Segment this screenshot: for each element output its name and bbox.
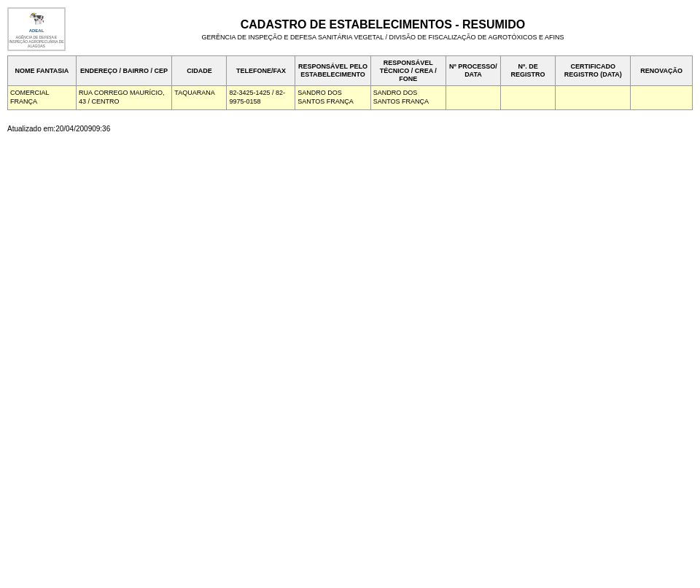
cell-nome-fantasia: COMERCIAL FRANÇA xyxy=(8,86,77,109)
col-header-telefone: TELEFONE/FAX xyxy=(227,56,295,86)
page-title: CADASTRO DE ESTABELECIMENTOS - RESUMIDO xyxy=(73,18,693,31)
col-header-processo: Nº PROCESSO/ DATA xyxy=(446,56,500,86)
logo-box: 🐄 ADEAL AGÊNCIA DE DEFESA E INSPEÇÃO AGR… xyxy=(7,7,66,51)
logo-text: ADEAL xyxy=(29,28,44,34)
establishments-table: NOME FANTASIA ENDEREÇO / BAIRRO / CEP CI… xyxy=(7,55,693,110)
logo-subtext: AGÊNCIA DE DEFESA E INSPEÇÃO AGROPECUÁRI… xyxy=(9,35,64,48)
table-body: COMERCIAL FRANÇARUA CORREGO MAURÍCIO, 43… xyxy=(8,86,693,109)
col-header-cidade: CIDADE xyxy=(172,56,227,86)
cell-telefone: 82-3425-1425 / 82-9975-0158 xyxy=(227,86,295,109)
cell-renovacao xyxy=(631,86,693,109)
page-header: 🐄 ADEAL AGÊNCIA DE DEFESA E INSPEÇÃO AGR… xyxy=(7,7,693,51)
logo-area: 🐄 ADEAL AGÊNCIA DE DEFESA E INSPEÇÃO AGR… xyxy=(7,7,73,51)
logo-animal-icon: 🐄 xyxy=(28,10,44,27)
col-header-renovacao: RENOVAÇÃO xyxy=(631,56,693,86)
updated-label: Atualizado em:20/04/200909:36 xyxy=(7,125,110,133)
title-area: CADASTRO DE ESTABELECIMENTOS - RESUMIDO … xyxy=(73,18,693,41)
col-header-registro: Nº. DE REGISTRO xyxy=(501,56,556,86)
table-header-row: NOME FANTASIA ENDEREÇO / BAIRRO / CEP CI… xyxy=(8,56,693,86)
col-header-certificado: CERTIFICADO REGISTRO (DATA) xyxy=(556,56,631,86)
page-wrapper: 🐄 ADEAL AGÊNCIA DE DEFESA E INSPEÇÃO AGR… xyxy=(0,0,700,140)
cell-resp-tec: SANDRO DOS SANTOS FRANÇA xyxy=(370,86,446,109)
cell-certificado xyxy=(556,86,631,109)
col-header-resp-estab: RESPONSÁVEL PELO ESTABELECIMENTO xyxy=(295,56,370,86)
page-subtitle: GERÊNCIA DE INSPEÇÃO E DEFESA SANITÁRIA … xyxy=(73,34,693,41)
cell-cidade: TAQUARANA xyxy=(172,86,227,109)
table-container: NOME FANTASIA ENDEREÇO / BAIRRO / CEP CI… xyxy=(7,55,693,110)
cell-endereco: RUA CORREGO MAURÍCIO, 43 / CENTRO xyxy=(76,86,171,109)
cell-resp-estab: SANDRO DOS SANTOS FRANÇA xyxy=(295,86,370,109)
col-header-resp-tec: RESPONSÁVEL TÉCNICO / CREA / FONE xyxy=(370,56,446,86)
col-header-endereco: ENDEREÇO / BAIRRO / CEP xyxy=(76,56,171,86)
page-footer: Atualizado em:20/04/200909:36 xyxy=(7,125,693,133)
cell-processo xyxy=(446,86,500,109)
col-header-nome: NOME FANTASIA xyxy=(8,56,77,86)
table-row: COMERCIAL FRANÇARUA CORREGO MAURÍCIO, 43… xyxy=(8,86,693,109)
cell-registro xyxy=(501,86,556,109)
